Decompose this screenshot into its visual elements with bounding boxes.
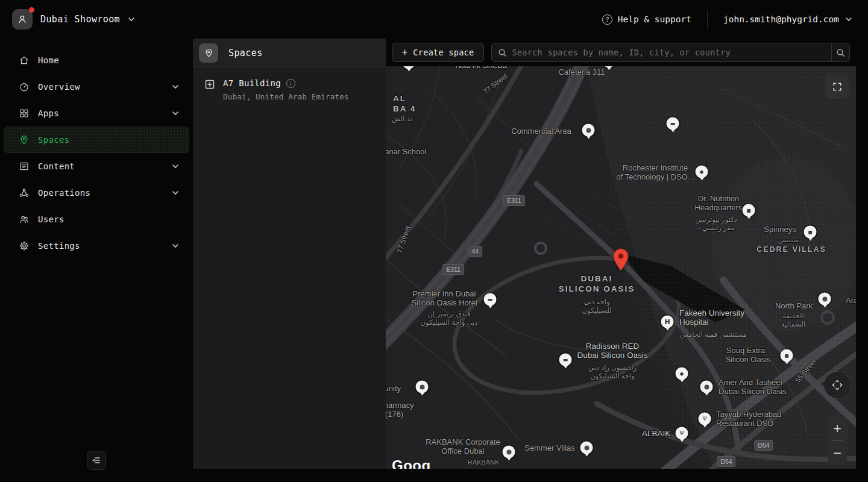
help-label: Help & support [618, 14, 691, 24]
map-marker-shop[interactable]: ◼ [781, 349, 793, 362]
map-pan-button[interactable] [824, 372, 851, 398]
map-marker-dot[interactable] [580, 442, 593, 454]
content-icon [19, 161, 30, 172]
sidebar-item-operations[interactable]: Operations [4, 180, 189, 206]
pin-icon [19, 134, 30, 145]
map-marker-hospital[interactable]: H [661, 316, 674, 328]
map-marker-school[interactable]: ◆ [696, 166, 708, 178]
chevron-down-icon [172, 111, 179, 116]
help-icon: ? [602, 14, 612, 25]
create-space-label: Create space [413, 48, 474, 57]
top-bar: Dubai Showroom ? Help & support john.smi… [0, 0, 868, 39]
map-marker-hotel[interactable]: ▬ [484, 293, 497, 306]
expand-plus-icon[interactable] [205, 80, 215, 101]
chevron-down-icon [172, 243, 179, 248]
org-name: Dubai Showroom [40, 14, 120, 25]
space-location: Dubai, United Arab Emirates [223, 92, 349, 101]
apps-icon [19, 108, 30, 119]
notification-dot [29, 7, 34, 13]
sidebar-item-label: Content [38, 161, 163, 171]
map-zoom-control: + − [828, 416, 847, 465]
operations-icon [19, 187, 30, 198]
space-name: A7 Building [223, 78, 281, 88]
map-marker-hotel[interactable]: ▬ [559, 354, 572, 366]
space-list-item[interactable]: A7 BuildingiDubai, United Arab Emirates [193, 67, 386, 112]
chevron-down-icon [128, 17, 135, 22]
sidebar-item-label: Operations [38, 188, 163, 198]
help-support-link[interactable]: ? Help & support [602, 14, 691, 25]
sidebar-item-overview[interactable]: Overview [4, 74, 189, 100]
chevron-down-icon [172, 84, 179, 89]
users-icon [19, 214, 30, 225]
org-switcher[interactable]: Dubai Showroom [12, 9, 135, 30]
sidebar-item-label: Spaces [38, 135, 179, 145]
sidebar-item-spaces[interactable]: Spaces [4, 127, 189, 153]
settings-icon [19, 240, 30, 251]
sidebar-collapse-button[interactable] [87, 451, 106, 470]
sidebar-item-apps[interactable]: Apps [4, 100, 189, 127]
user-email: john.smith@phygrid.com [723, 14, 839, 24]
chevron-down-icon [172, 164, 179, 169]
content-toolbar: + Create space [386, 39, 856, 66]
sidebar-item-label: Apps [38, 108, 163, 118]
sidebar-item-settings[interactable]: Settings [4, 233, 189, 259]
search-input[interactable] [512, 48, 831, 57]
sidebar-item-home[interactable]: Home [4, 47, 189, 74]
home-icon [19, 55, 30, 66]
map-marker-dot[interactable] [416, 381, 429, 393]
top-bar-divider [707, 10, 708, 28]
sidebar-item-content[interactable]: Content [4, 153, 189, 180]
sidebar-item-label: Overview [38, 82, 163, 92]
search-box [491, 43, 850, 62]
content-area: + Create space [386, 39, 868, 469]
zoom-out-button[interactable]: − [828, 441, 847, 465]
org-avatar[interactable] [12, 9, 33, 30]
zoom-in-button[interactable]: + [828, 416, 847, 440]
map-marker-school[interactable]: ◆ [676, 368, 688, 380]
sidebar-item-label: Settings [38, 241, 163, 251]
map-marker-cart[interactable]: ◼ [804, 226, 817, 239]
map-marker-dot[interactable] [819, 293, 831, 305]
plus-icon: + [402, 48, 407, 57]
sidebar: HomeOverviewAppsSpacesContentOperationsU… [0, 39, 193, 469]
space-list: A7 BuildingiDubai, United Arab Emirates [193, 67, 386, 112]
sidebar-item-label: Users [38, 214, 179, 224]
map-marker-bank[interactable]: ▬ [667, 117, 679, 130]
map-marker-dot[interactable] [700, 381, 713, 393]
map-marker-dot[interactable] [582, 124, 595, 137]
chevron-down-icon [845, 17, 852, 22]
map-marker-dining[interactable]: Ψ [699, 413, 711, 425]
map-marker-dining[interactable]: Ψ [676, 427, 688, 440]
account-menu[interactable]: john.smith@phygrid.com [723, 14, 852, 24]
sidebar-item-label: Home [38, 55, 179, 65]
panel-title: Spaces [228, 48, 263, 58]
top-bar-right: ? Help & support john.smith@phygrid.com [602, 10, 852, 28]
map-canvas[interactable]: Nad Al ShebaCafeteria 31177 StreetALBA 4… [386, 66, 856, 469]
selected-space-pin[interactable] [613, 248, 629, 271]
search-submit-button[interactable] [831, 43, 849, 61]
chevron-down-icon [172, 190, 179, 195]
map-marker-dot[interactable] [503, 446, 515, 459]
spaces-panel: Spaces A7 BuildingiDubai, United Arab Em… [193, 39, 386, 469]
spaces-pin-icon [199, 43, 218, 63]
map-fullscreen-button[interactable] [825, 75, 849, 99]
create-space-button[interactable]: + Create space [392, 43, 484, 62]
spaces-panel-header: Spaces [193, 39, 386, 67]
info-icon[interactable]: i [286, 79, 295, 88]
sidebar-item-users[interactable]: Users [4, 206, 189, 233]
search-icon [498, 48, 507, 57]
app-window: Dubai Showroom ? Help & support john.smi… [0, 0, 868, 482]
map-marker-shop[interactable]: ◼ [743, 204, 755, 217]
gauge-icon [19, 81, 30, 92]
